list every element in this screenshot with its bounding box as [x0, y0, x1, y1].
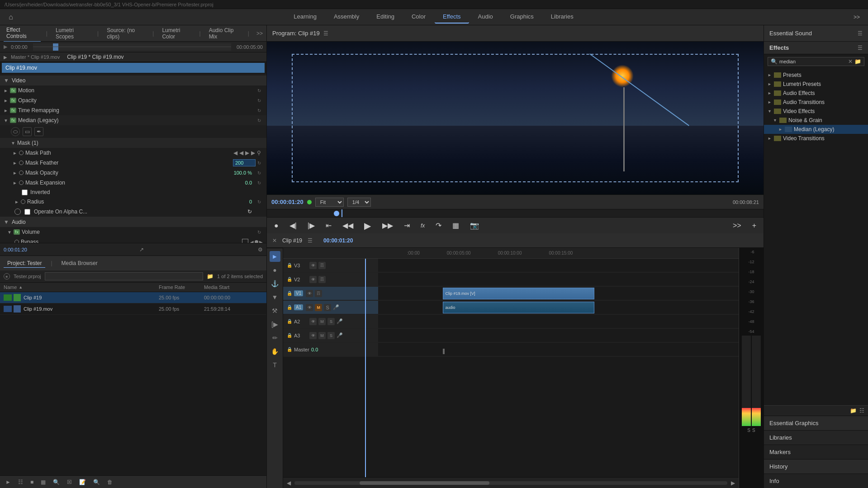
radius-reset-btn[interactable]: ↻ — [256, 198, 263, 205]
mask-feather-reset-btn[interactable]: ↻ — [256, 159, 263, 166]
project-tab[interactable]: Project: Tester — [4, 259, 45, 268]
link-btn[interactable]: ⚓ — [270, 278, 280, 289]
find-btn[interactable]: 🔍 — [91, 478, 102, 486]
a1-visibility-btn[interactable]: 👁 — [306, 304, 313, 311]
v1-sync-btn[interactable]: ☶ — [315, 290, 322, 297]
seq-scrollbar-thumb[interactable] — [360, 481, 489, 485]
effects-folder-view-btn[interactable]: 📁 — [850, 407, 857, 414]
v3-sync-btn[interactable]: ☶ — [318, 262, 326, 269]
markers-section[interactable]: Markers — [764, 445, 868, 459]
a3-m-btn[interactable]: M — [318, 332, 326, 339]
go-to-out-btn[interactable]: |▶ — [305, 220, 318, 231]
go-to-in-btn[interactable]: ◀| — [287, 220, 299, 231]
bypass-keyframe-next[interactable]: ▶ — [259, 240, 263, 243]
nav-tab-audio[interactable]: Audio — [470, 10, 501, 24]
operate-alpha-reset-btn[interactable]: ↻ — [247, 208, 252, 215]
mask-feather-input[interactable] — [233, 159, 256, 166]
opacity-row[interactable]: ► fx Opacity ↻ — [0, 95, 266, 105]
motion-reset-btn[interactable]: ↻ — [256, 87, 263, 94]
v1-visibility-btn[interactable]: 👁 — [306, 290, 313, 297]
mask-path-play-btn[interactable]: ▶ — [245, 150, 249, 156]
tab-effect-controls[interactable]: Effect Controls — [4, 25, 41, 42]
effects-search-clear-btn[interactable]: ✕ — [848, 58, 853, 65]
tabs-overflow-button[interactable]: >> — [256, 30, 263, 37]
v1-clip[interactable]: Clip #19.mov [V] — [443, 288, 594, 299]
mask-path-tool-btn[interactable]: ⚲ — [257, 150, 261, 156]
new-seq-btn[interactable]: 📝 — [77, 478, 88, 486]
preview-timeline-scrubber[interactable] — [267, 209, 764, 217]
essential-sound-menu-btn[interactable]: ☰ — [858, 30, 863, 37]
add-to-sequence-btn[interactable]: + — [749, 221, 759, 231]
median-legacy-row[interactable]: ▼ fx Median (Legacy) ↻ — [0, 115, 266, 125]
tree-median-legacy[interactable]: ► Median (Legacy) — [764, 125, 868, 134]
effects-browse-btn[interactable]: 📁 — [854, 58, 861, 65]
v1-lock-btn[interactable]: 🔒 — [287, 291, 292, 296]
master-expand-arrow[interactable]: ▶ — [4, 55, 7, 60]
seq-close-btn[interactable]: ✕ — [272, 237, 277, 244]
a2-lock-btn[interactable]: 🔒 — [287, 319, 292, 324]
a2-s-btn[interactable]: S — [327, 318, 335, 325]
ec-bottom-export-btn[interactable]: ↗ — [139, 246, 144, 253]
more-tabs-button[interactable]: >> — [850, 12, 863, 22]
essential-graphics-section[interactable]: Essential Graphics — [764, 416, 868, 430]
project-item-clip19mov[interactable]: Clip #19.mov 25.00 fps 21:59:28:14 — [0, 303, 266, 315]
seq-scroll-right-btn[interactable]: ▶ — [731, 480, 735, 486]
snap-tool-btn[interactable]: ● — [270, 265, 280, 275]
project-item-clip19[interactable]: Clip #19 25.00 fps 00:00:00:00 — [0, 292, 266, 303]
media-browser-tab[interactable]: Media Browser — [58, 259, 101, 267]
new-item-btn[interactable]: ► — [4, 478, 13, 486]
prev-frame-btn[interactable]: ◀◀ — [340, 220, 356, 231]
next-frame-btn[interactable]: ▶▶ — [379, 220, 396, 231]
add-marker-btn[interactable]: ● — [271, 221, 281, 231]
tree-lumetri-presets[interactable]: ► Lumetri Presets — [764, 80, 868, 89]
a1-mic-btn[interactable]: 🎤 — [333, 304, 339, 310]
mask-path-back-btn[interactable]: ◀ — [239, 150, 243, 156]
bypass-keyframe-prev[interactable]: ◀ — [250, 240, 254, 243]
history-section[interactable]: History — [764, 459, 868, 474]
export-frame-btn[interactable]: 📷 — [467, 220, 482, 231]
program-monitor-menu-icon[interactable]: ☰ — [323, 30, 328, 37]
tree-noise-grain[interactable]: ▼ Noise & Grain — [764, 116, 868, 125]
select-tool-btn[interactable]: ► — [270, 251, 280, 262]
nav-tab-editing[interactable]: Editing — [368, 10, 403, 24]
ec-bottom-settings-btn[interactable]: ⚙ — [258, 246, 263, 253]
seq-scrollbar[interactable] — [294, 481, 727, 485]
v2-lock-btn[interactable]: 🔒 — [287, 277, 292, 282]
freeform-btn[interactable]: ▦ — [39, 478, 47, 486]
mask-path-prev-btn[interactable]: ◀ — [233, 150, 237, 156]
effects-menu-btn[interactable]: ☰ — [858, 45, 863, 51]
mask-1-header[interactable]: ▼ Mask (1) — [0, 138, 266, 148]
operate-alpha-checkbox[interactable] — [24, 209, 30, 215]
preview-playhead[interactable] — [334, 211, 339, 216]
razor-btn[interactable]: ✏ — [270, 332, 280, 343]
motion-row[interactable]: ► fx Motion ↻ — [0, 85, 266, 95]
tab-lumetri-color[interactable]: Lumetri Color — [159, 25, 194, 42]
quality-select[interactable]: Fit 25% 50% 100% — [315, 198, 344, 207]
info-section[interactable]: Info — [764, 474, 868, 488]
loop-btn[interactable]: ↷ — [433, 220, 444, 231]
text-btn[interactable]: T — [270, 360, 280, 370]
a3-s-btn[interactable]: S — [327, 332, 335, 339]
rect-mask-btn[interactable]: ▭ — [23, 127, 32, 136]
nav-tab-color[interactable]: Color — [403, 10, 434, 24]
libraries-section[interactable]: Libraries — [764, 430, 868, 445]
project-search-input[interactable] — [45, 272, 204, 280]
a3-mic-btn[interactable]: 🎤 — [337, 332, 343, 338]
nav-tab-libraries[interactable]: Libraries — [543, 10, 582, 24]
volume-reset-btn[interactable]: ↻ — [256, 228, 263, 236]
trim-tool-btn[interactable]: [▶ — [270, 319, 280, 330]
a1-s-btn[interactable]: S — [324, 304, 331, 311]
tree-video-effects[interactable]: ▼ Video Effects — [764, 107, 868, 116]
time-remapping-reset-btn[interactable]: ↻ — [256, 107, 263, 114]
step-back-btn[interactable]: ⇤ — [323, 220, 334, 231]
icon-view-btn[interactable]: ■ — [28, 478, 35, 486]
step-fwd-btn[interactable]: ⇥ — [401, 220, 413, 231]
expand-btn[interactable]: >> — [730, 221, 744, 231]
search-btn[interactable]: 🔍 — [51, 478, 62, 486]
mask-expansion-reset-btn[interactable]: ↻ — [256, 179, 263, 186]
opacity-reset-btn[interactable]: ↻ — [256, 97, 263, 104]
volume-row[interactable]: ▼ fx Volume ↻ — [0, 227, 266, 237]
v2-sync-btn[interactable]: ☶ — [318, 276, 326, 283]
a3-lock-btn[interactable]: 🔒 — [287, 333, 292, 338]
median-reset-btn[interactable]: ↻ — [256, 117, 263, 124]
